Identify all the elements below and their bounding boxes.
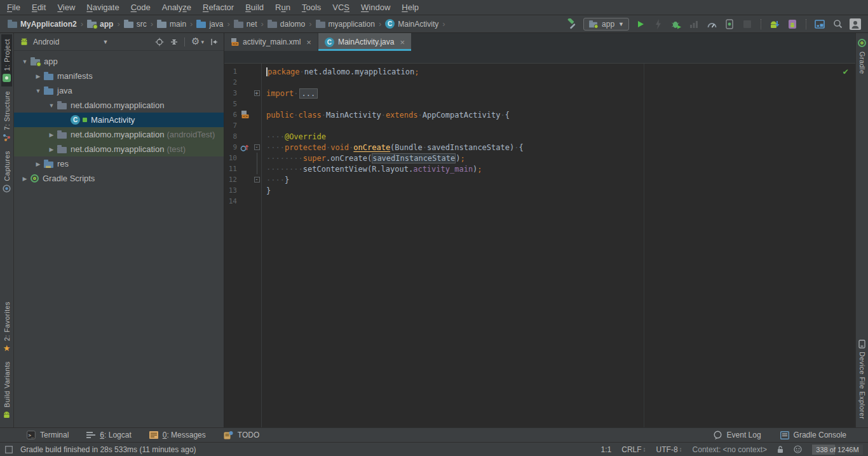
tree-item-java[interactable]: ▼java <box>14 83 224 98</box>
profiler-button[interactable] <box>705 17 718 31</box>
toolwindow-button-build-variants[interactable]: Build Variants <box>1 357 12 424</box>
tree-item-app[interactable]: ▼app <box>14 54 224 69</box>
gear-icon[interactable]: ⚙▾ <box>191 37 204 46</box>
code-line-11[interactable]: 11········setContentView(R.layout.activi… <box>224 163 855 174</box>
run-button[interactable] <box>634 17 647 31</box>
code-line-7[interactable]: 7 <box>224 120 855 131</box>
breadcrumb-myapplication2[interactable]: MyApplication2 <box>6 20 78 29</box>
menu-item-analyze[interactable]: Analyze <box>156 1 197 13</box>
breadcrumb-main[interactable]: main <box>156 20 187 29</box>
close-icon[interactable]: × <box>306 38 311 47</box>
make-project-button[interactable] <box>566 17 578 31</box>
stop-button[interactable] <box>741 17 754 31</box>
menu-item-window[interactable]: Window <box>355 1 396 13</box>
tree-item-net-dalomo-myapplication-androidtest[interactable]: ▶net.dalomo.myapplication(androidTest) <box>14 127 224 142</box>
search-everywhere-button[interactable] <box>831 17 844 31</box>
breadcrumb-net[interactable]: net <box>233 20 259 29</box>
toolwindow-button-7-structure[interactable]: 7: Structure <box>1 86 12 146</box>
hide-panel-icon[interactable] <box>210 38 218 46</box>
menu-item-refactor[interactable]: Refactor <box>197 1 240 13</box>
caret-position[interactable]: 1:1 <box>601 445 612 454</box>
toolwindow-button-gradle-console[interactable]: Gradle Console <box>780 431 846 440</box>
code-line-13[interactable]: 13} <box>224 185 855 196</box>
breadcrumb-java[interactable]: java <box>195 20 224 29</box>
chevron-down-icon[interactable]: ▼ <box>32 88 44 94</box>
menu-item-view[interactable]: View <box>51 1 81 13</box>
tree-item-gradle-scripts[interactable]: ▶Gradle Scripts <box>14 171 224 186</box>
close-icon[interactable]: × <box>400 38 405 47</box>
toolwindow-button-0-messages[interactable]: 0: Messages <box>149 431 206 439</box>
breadcrumb-myapplication[interactable]: myapplication <box>315 20 376 29</box>
toolwindow-button-gradle[interactable]: Gradle <box>857 34 867 78</box>
debug-button[interactable] <box>670 17 682 31</box>
tab-activity-main-xml[interactable]: <> activity_main.xml × <box>224 33 318 51</box>
tab-mainactivity-java[interactable]: C MainActivity.java × <box>318 33 411 51</box>
chevron-down-icon[interactable]: ▼ <box>19 59 31 65</box>
menu-item-help[interactable]: Help <box>396 1 424 13</box>
fold-expand-icon[interactable]: + <box>254 90 260 96</box>
toolwindow-button-event-log[interactable]: Event Log <box>713 431 761 440</box>
menu-item-run[interactable]: Run <box>269 1 296 13</box>
menu-item-code[interactable]: Code <box>125 1 156 13</box>
chevron-right-icon[interactable]: ▶ <box>46 132 57 138</box>
profile-button[interactable] <box>688 17 700 31</box>
attach-debugger-button[interactable] <box>723 17 736 31</box>
menu-item-file[interactable]: File <box>1 1 26 13</box>
locate-file-icon[interactable] <box>155 38 164 46</box>
menu-item-edit[interactable]: Edit <box>26 1 51 13</box>
toolwindow-toggle-icon[interactable] <box>5 446 13 453</box>
toolwindow-button-captures[interactable]: Captures <box>1 146 12 197</box>
encoding-selector[interactable]: UTF-8↕ <box>656 445 682 454</box>
code-line-10[interactable]: 10········super.onCreate(savedInstanceSt… <box>224 153 855 163</box>
code-line-1[interactable]: 1package·net.dalomo.myapplication; <box>224 66 855 77</box>
tree-item-net-dalomo-myapplication-test[interactable]: ▶net.dalomo.myapplication(test) <box>14 142 224 156</box>
code-editor[interactable]: ✔ 1package·net.dalomo.myapplication;23+i… <box>224 64 855 427</box>
sdk-manager-button[interactable] <box>768 17 781 31</box>
status-message[interactable]: Gradle build finished in 28s 533ms (11 m… <box>20 445 196 454</box>
code-line-12[interactable]: 12-····} <box>224 174 855 185</box>
user-avatar-button[interactable] <box>849 17 862 31</box>
code-line-14[interactable]: 14 <box>224 196 855 207</box>
tree-item-manifests[interactable]: ▶manifests <box>14 69 224 83</box>
line-separator-selector[interactable]: CRLF↕ <box>621 445 646 454</box>
context-selector[interactable]: Context: <no context> <box>693 445 767 454</box>
code-line-2[interactable]: 2 <box>224 77 855 88</box>
chevron-down-icon[interactable]: ▼ <box>102 39 108 45</box>
code-line-6[interactable]: 6<>public·class·MainActivity·extends·App… <box>224 109 855 120</box>
toolwindow-button-6-logcat[interactable]: 6: Logcat <box>86 431 131 439</box>
chevron-down-icon[interactable]: ▼ <box>46 102 57 109</box>
hector-inspection-icon[interactable] <box>794 445 802 453</box>
tree-item-mainactivity[interactable]: CMainActivity <box>14 113 224 127</box>
chevron-right-icon[interactable]: ▶ <box>32 73 44 79</box>
fold-collapse-icon[interactable]: - <box>254 177 260 183</box>
project-view-selector[interactable]: Android <box>33 38 59 46</box>
breadcrumb-dalomo[interactable]: dalomo <box>266 20 306 29</box>
tree-item-net-dalomo-myapplication[interactable]: ▼net.dalomo.myapplication <box>14 98 224 113</box>
toolwindow-button-2-favorites[interactable]: 2: Favorites★ <box>2 297 12 357</box>
memory-indicator[interactable]: 338 of 1246M <box>812 445 863 455</box>
menu-item-navigate[interactable]: Navigate <box>81 1 125 13</box>
menu-item-tools[interactable]: Tools <box>296 1 327 13</box>
chevron-right-icon[interactable]: ▶ <box>46 146 57 153</box>
breadcrumb-app[interactable]: app <box>86 20 114 29</box>
code-line-8[interactable]: 8····@Override <box>224 131 855 142</box>
code-line-3[interactable]: 3+import·... <box>224 88 855 99</box>
avd-manager-button[interactable] <box>786 17 799 31</box>
collapse-all-icon[interactable] <box>170 38 178 46</box>
toolwindow-button-todo[interactable]: TODO <box>224 431 259 439</box>
fold-collapse-icon[interactable]: - <box>254 144 260 150</box>
chevron-right-icon[interactable]: ▶ <box>32 161 44 167</box>
chevron-right-icon[interactable]: ▶ <box>19 176 31 182</box>
lock-icon[interactable] <box>777 445 783 453</box>
code-line-5[interactable]: 5 <box>224 99 855 109</box>
layout-inspector-button[interactable] <box>813 17 826 31</box>
menu-item-vcs[interactable]: VCS <box>327 1 355 13</box>
toolwindow-button-terminal[interactable]: >_Terminal <box>27 431 69 439</box>
apply-changes-button[interactable] <box>652 17 665 31</box>
toolwindow-button-device-file-explorer[interactable]: Device File Explorer <box>857 335 867 424</box>
menu-item-build[interactable]: Build <box>240 1 269 13</box>
tree-item-res[interactable]: ▶res <box>14 156 224 171</box>
toolwindow-button-1-project[interactable]: 1: Project <box>1 34 12 86</box>
breadcrumb-mainactivity[interactable]: CMainActivity <box>384 19 440 29</box>
code-line-9[interactable]: 9-····protected·void·onCreate(Bundle·sav… <box>224 142 855 153</box>
